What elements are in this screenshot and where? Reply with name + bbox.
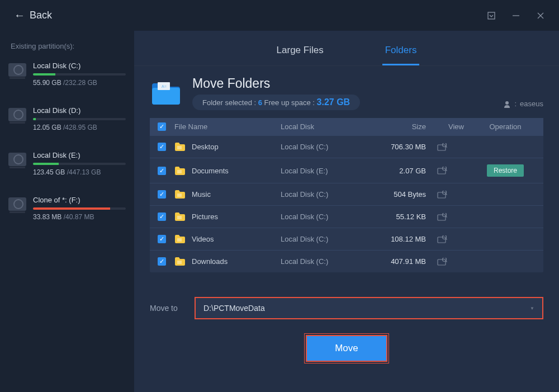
row-view-button[interactable] xyxy=(437,213,475,221)
row-disk: Local Disk (C:) xyxy=(281,235,370,243)
user-badge: : easeus xyxy=(503,100,543,108)
partition-usage-bar xyxy=(33,118,126,120)
svg-line-14 xyxy=(446,170,447,171)
row-disk: Local Disk (E:) xyxy=(281,167,370,175)
move-to-select[interactable]: D:\PCTMoveData ▼ xyxy=(195,297,543,319)
move-to-row: Move to D:\PCTMoveData ▼ xyxy=(150,297,543,319)
sidebar-label: Existing partition(s): xyxy=(8,42,126,50)
disk-icon xyxy=(8,153,26,166)
svg-line-26 xyxy=(446,238,447,239)
row-checkbox[interactable]: ✓ xyxy=(158,167,166,175)
svg-point-6 xyxy=(505,101,509,105)
row-checkbox[interactable]: ✓ xyxy=(158,235,166,243)
svg-rect-23 xyxy=(177,238,182,242)
svg-line-22 xyxy=(446,216,447,217)
row-size: 504 Bytes xyxy=(370,190,437,199)
folder-stats: Folder selected : 6 Free up space : 3.27… xyxy=(192,95,360,110)
minimize-icon[interactable] xyxy=(511,11,520,20)
move-button[interactable]: Move xyxy=(306,335,387,362)
row-view-button[interactable] xyxy=(437,191,475,199)
folder-icon xyxy=(174,190,186,199)
window-controls xyxy=(487,11,545,20)
row-checkbox[interactable]: ✓ xyxy=(158,190,166,199)
checkbox-all[interactable]: ✓ xyxy=(158,122,166,131)
row-name: Videos xyxy=(192,235,214,243)
row-size: 55.12 KB xyxy=(370,212,437,221)
tab-folders[interactable]: Folders xyxy=(382,39,420,65)
row-size: 407.91 MB xyxy=(370,257,437,266)
partition-size: 33.83 MB /40.87 MB xyxy=(33,213,126,221)
row-disk: Local Disk (C:) xyxy=(281,212,370,221)
partition-item[interactable]: Local Disk (C:) 55.90 GB /232.28 GB xyxy=(8,62,126,87)
partition-item[interactable]: Local Disk (E:) 123.45 GB /447.13 GB xyxy=(8,151,126,176)
folder-icon xyxy=(174,212,186,221)
partition-size: 123.45 GB /447.13 GB xyxy=(33,168,126,176)
partition-name: Local Disk (D:) xyxy=(33,106,126,115)
chevron-down-icon: ▼ xyxy=(530,306,534,311)
row-view-button[interactable] xyxy=(437,235,475,243)
content-panel: Large Files Folders A= Move Folders Fold… xyxy=(134,31,559,392)
restore-button[interactable]: Restore xyxy=(487,164,524,177)
folder-icon xyxy=(174,142,186,152)
partition-name: Local Disk (E:) xyxy=(33,151,126,159)
row-checkbox[interactable]: ✓ xyxy=(158,257,166,266)
row-view-button[interactable] xyxy=(437,143,475,151)
svg-rect-12 xyxy=(438,168,446,174)
tab-large-files[interactable]: Large Files xyxy=(274,39,326,65)
disk-icon xyxy=(8,108,26,121)
row-size: 2.07 GB xyxy=(370,167,437,175)
svg-rect-24 xyxy=(438,237,446,243)
svg-rect-16 xyxy=(438,192,446,198)
partition-usage-bar xyxy=(33,207,126,210)
table-row: ✓ Pictures Local Disk (C:) 55.12 KB xyxy=(150,205,543,228)
row-name: Desktop xyxy=(192,143,219,151)
partition-name: Local Disk (C:) xyxy=(33,62,126,70)
row-size: 108.12 MB xyxy=(370,235,437,243)
row-disk: Local Disk (C:) xyxy=(281,190,370,199)
view-icon xyxy=(437,143,447,151)
dropdown-icon[interactable] xyxy=(487,11,496,20)
user-icon xyxy=(503,100,511,108)
back-button[interactable]: ← Back xyxy=(14,9,52,22)
row-view-button[interactable] xyxy=(437,167,475,174)
folder-icon xyxy=(174,234,186,244)
svg-text:A=: A= xyxy=(162,84,167,88)
svg-rect-15 xyxy=(177,193,182,197)
view-icon xyxy=(437,235,447,243)
folder-big-icon: A= xyxy=(150,80,182,107)
partition-item[interactable]: Local Disk (D:) 12.05 GB /428.95 GB xyxy=(8,106,126,131)
col-header-view: View xyxy=(437,122,475,131)
move-to-label: Move to xyxy=(150,304,184,313)
row-view-button[interactable] xyxy=(437,258,475,266)
disk-icon xyxy=(8,197,26,211)
partition-name: Clone of *: (F:) xyxy=(33,196,126,204)
row-name: Downloads xyxy=(192,257,228,266)
table-row: ✓ Downloads Local Disk (C:) 407.91 MB xyxy=(150,250,543,272)
partition-item[interactable]: Clone of *: (F:) 33.83 MB /40.87 MB xyxy=(8,196,126,221)
table-row: ✓ Music Local Disk (C:) 504 Bytes xyxy=(150,183,543,205)
row-name: Pictures xyxy=(192,212,218,221)
row-checkbox[interactable]: ✓ xyxy=(158,212,166,221)
view-icon xyxy=(437,213,447,221)
col-header-disk[interactable]: Local Disk xyxy=(281,122,370,131)
tabs: Large Files Folders xyxy=(134,31,559,66)
row-disk: Local Disk (C:) xyxy=(281,143,370,151)
table-row: ✓ Desktop Local Disk (C:) 706.30 MB xyxy=(150,135,543,158)
col-header-size[interactable]: Size xyxy=(370,122,437,131)
row-disk: Local Disk (C:) xyxy=(281,257,370,266)
svg-rect-19 xyxy=(177,216,182,219)
table-row: ✓ Documents Local Disk (E:) 2.07 GB Rest… xyxy=(150,158,543,183)
svg-line-30 xyxy=(446,261,447,262)
table-row: ✓ Videos Local Disk (C:) 108.12 MB xyxy=(150,228,543,250)
row-name: Documents xyxy=(192,167,229,175)
table-header: ✓ File Name Local Disk Size View Operati… xyxy=(150,118,543,135)
row-checkbox[interactable]: ✓ xyxy=(158,143,166,151)
partition-usage-bar xyxy=(33,163,126,165)
close-icon[interactable] xyxy=(536,11,545,20)
view-icon xyxy=(437,191,447,199)
partition-size: 12.05 GB /428.95 GB xyxy=(33,124,126,131)
svg-line-18 xyxy=(446,193,447,195)
back-label: Back xyxy=(30,10,52,21)
col-header-name[interactable]: File Name xyxy=(174,122,281,131)
row-size: 706.30 MB xyxy=(370,143,437,151)
